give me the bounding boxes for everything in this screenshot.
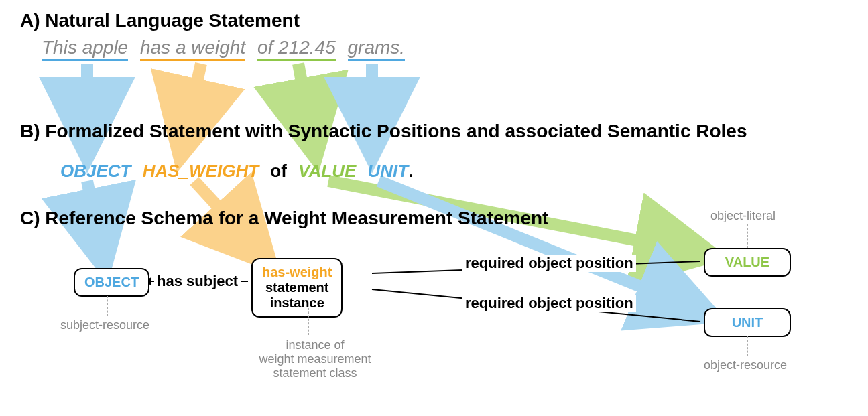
nl-phrase-predicate: has a weight [140,37,245,61]
dash-value [747,224,748,248]
nl-phrase-unit: grams. [348,37,406,61]
dash-object [107,296,108,316]
formalized-statement: OBJECT HAS_WEIGHT of VALUE UNIT. [60,161,413,182]
dash-statement [308,308,309,335]
box-object: OBJECT [74,268,149,297]
note-object-literal: object-literal [710,209,776,223]
note-object-resource: object-resource [704,358,787,372]
edge-has-subject: has subject [154,273,241,290]
box-unit: UNIT [704,308,791,337]
token-unit: UNIT [368,161,409,181]
token-period: . [408,161,413,181]
token-of: of [270,161,287,181]
edge-required-2: required object position [462,295,636,312]
token-object: OBJECT [60,161,131,181]
token-value: VALUE [298,161,356,181]
section-c-title: C) Reference Schema for a Weight Measure… [20,208,548,229]
note-subject-resource: subject-resource [60,318,149,332]
box-object-label: OBJECT [84,275,139,290]
box-statement: has-weight statement instance [251,258,343,318]
nl-phrase-value: of 212.45 [257,37,336,61]
section-a-title: A) Natural Language Statement [20,10,300,31]
token-has-weight: HAS_WEIGHT [143,161,259,181]
note-instance: instance of weight measurement statement… [248,338,382,380]
edge-required-1: required object position [462,255,636,272]
box-statement-line3: instance [270,295,324,311]
box-unit-label: UNIT [732,315,763,330]
box-value-label: VALUE [725,255,769,270]
nl-phrase-object: This apple [42,37,128,61]
box-value: VALUE [704,248,791,277]
nl-statement: This apple has a weight of 212.45 grams. [42,37,412,58]
box-statement-line2: statement [265,280,328,295]
section-b-title: B) Formalized Statement with Syntactic P… [20,121,747,142]
box-statement-line1: has-weight [262,265,332,280]
dash-unit [747,336,748,356]
